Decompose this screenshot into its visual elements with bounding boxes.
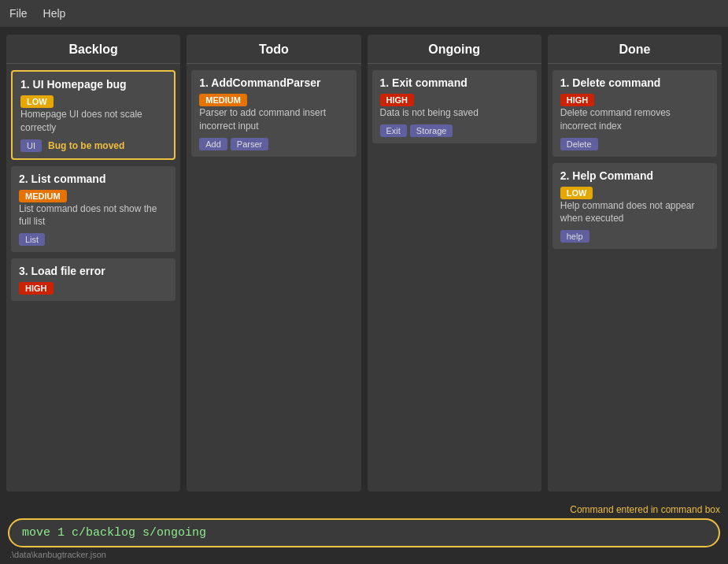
card-title-done-1: 1. Delete command — [560, 76, 709, 89]
menu-file[interactable]: File — [9, 7, 28, 20]
bottom-area: Command entered in command box .\data\ka… — [0, 499, 728, 564]
card-backlog-2[interactable]: 2. List commandMEDIUMList command does n… — [11, 166, 176, 253]
menu-help[interactable]: Help — [43, 7, 66, 20]
board-area: Backlog1. UI Homepage bugLOWHomepage UI … — [0, 27, 728, 499]
command-input[interactable] — [22, 526, 706, 540]
tag-list: List — [19, 233, 45, 246]
tag-ui: UI — [20, 139, 42, 152]
card-backlog-3[interactable]: 3. Load file errorHIGH — [11, 258, 176, 301]
card-done-2[interactable]: 2. Help CommandLOWHelp command does not … — [552, 163, 717, 250]
card-tags-backlog-2: List — [19, 233, 168, 246]
card-desc-done-1: Delete command removes incorrect index — [560, 106, 709, 133]
command-input-wrapper — [8, 518, 720, 547]
column-cards-backlog: 1. UI Homepage bugLOWHomepage UI does no… — [6, 64, 180, 307]
priority-badge-backlog-2: MEDIUM — [19, 190, 67, 202]
priority-badge-todo-1: MEDIUM — [199, 94, 247, 106]
priority-badge-done-2: LOW — [560, 187, 593, 199]
priority-badge-ongoing-1: HIGH — [380, 94, 415, 106]
card-title-ongoing-1: 1. Exit command — [380, 76, 529, 89]
command-hint: Command entered in command box — [8, 504, 720, 515]
card-done-1[interactable]: 1. Delete commandHIGHDelete command remo… — [552, 70, 717, 157]
card-tags-ongoing-1: ExitStorage — [380, 124, 529, 137]
column-header-backlog: Backlog — [6, 35, 180, 64]
card-tags-todo-1: AddParser — [199, 138, 348, 150]
card-desc-backlog-2: List command does not show the full list — [19, 202, 168, 229]
card-title-backlog-3: 3. Load file error — [19, 265, 168, 277]
column-ongoing: Ongoing1. Exit commandHIGHData is not be… — [368, 35, 541, 492]
card-backlog-1[interactable]: 1. UI Homepage bugLOWHomepage UI does no… — [11, 70, 176, 160]
tag-storage: Storage — [410, 124, 453, 137]
column-header-todo: Todo — [187, 35, 360, 64]
column-header-done: Done — [548, 35, 722, 64]
card-tags-backlog-1: UIBug to be moved — [20, 139, 166, 152]
card-title-todo-1: 1. AddCommandParser — [199, 76, 348, 89]
card-title-backlog-2: 2. List command — [19, 173, 168, 185]
column-cards-done: 1. Delete commandHIGHDelete command remo… — [548, 64, 722, 255]
priority-badge-backlog-1: LOW — [20, 95, 54, 108]
column-header-ongoing: Ongoing — [368, 35, 541, 64]
tag-help: help — [560, 230, 589, 243]
tag-parser: Parser — [231, 138, 268, 150]
tag-add: Add — [199, 138, 227, 150]
card-desc-todo-1: Parser to add command insert incorrect i… — [199, 106, 348, 133]
column-todo: Todo1. AddCommandParserMEDIUMParser to a… — [187, 35, 360, 492]
card-desc-done-2: Help command does not appear when execut… — [560, 199, 709, 226]
tag-exit: Exit — [380, 124, 407, 137]
column-cards-ongoing: 1. Exit commandHIGHData is not being sav… — [368, 64, 541, 150]
card-tags-done-1: Delete — [560, 138, 709, 150]
menu-bar: File Help — [0, 0, 728, 27]
card-title-backlog-1: 1. UI Homepage bug — [20, 78, 166, 91]
card-title-done-2: 2. Help Command — [560, 169, 709, 182]
priority-badge-done-1: HIGH — [560, 94, 595, 106]
card-ongoing-1[interactable]: 1. Exit commandHIGHData is not being sav… — [372, 70, 537, 143]
priority-badge-backlog-3: HIGH — [19, 282, 54, 295]
card-tags-done-2: help — [560, 230, 709, 243]
card-todo-1[interactable]: 1. AddCommandParserMEDIUMParser to add c… — [191, 70, 356, 157]
status-bar: .\data\kanbugtracker.json — [8, 547, 720, 561]
bug-label: Bug to be moved — [48, 140, 124, 151]
column-done: Done1. Delete commandHIGHDelete command … — [548, 35, 722, 492]
card-desc-ongoing-1: Data is not being saved — [380, 106, 529, 120]
column-cards-todo: 1. AddCommandParserMEDIUMParser to add c… — [187, 64, 360, 163]
tag-delete: Delete — [560, 138, 598, 150]
card-desc-backlog-1: Homepage UI does not scale correctly — [20, 108, 166, 135]
column-backlog: Backlog1. UI Homepage bugLOWHomepage UI … — [6, 35, 180, 492]
